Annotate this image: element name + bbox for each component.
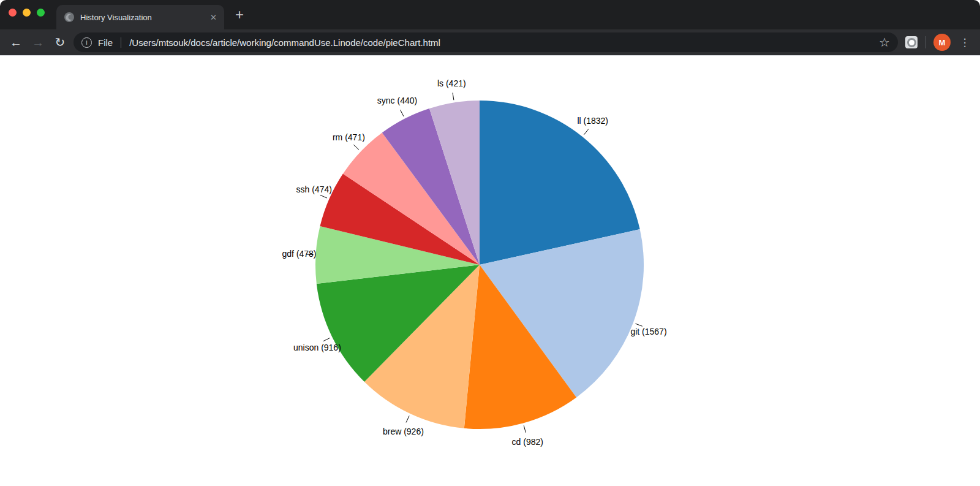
close-window-button[interactable] [9,9,17,17]
pie-label-tick-ssh [320,195,327,198]
reload-button[interactable]: ↻ [49,31,71,53]
pie-label-tick-ll [584,129,589,135]
pie-label-tick-ls [453,93,454,100]
extension-icon [907,38,916,47]
browser-toolbar: ← → ↻ i File /Users/mtsouk/docs/article/… [0,29,980,56]
minimize-window-button[interactable] [23,9,31,17]
zoom-window-button[interactable] [37,9,45,17]
bookmark-star-icon[interactable]: ☆ [879,35,890,50]
pie-label-tick-unison [323,338,330,341]
pie-label-unison: unison (916) [293,343,341,352]
pie-label-tick-cd [524,425,526,433]
pie-label-brew: brew (926) [383,427,424,436]
window-controls [9,9,45,17]
pie-label-git: git (1567) [630,327,666,336]
forward-button[interactable]: → [27,31,49,53]
pie-label-rm: rm (471) [333,132,365,142]
pie-label-gdf: gdf (478) [282,249,316,259]
page-content: ll (1832)git (1567)cd (982)brew (926)uni… [0,56,980,486]
tab-strip: History Visualization ✕ + [0,0,980,29]
pie-label-tick-rm [353,145,359,150]
url-text[interactable]: /Users/mtsouk/docs/article/working/comma… [129,37,873,48]
tab-close-icon[interactable]: ✕ [210,13,217,22]
toolbar-divider [925,36,925,48]
new-tab-button[interactable]: + [232,7,247,23]
extension-button[interactable] [905,36,918,48]
page-info-icon[interactable]: i [81,37,92,48]
favicon-globe-icon [64,12,74,22]
browser-menu-icon[interactable]: ⋮ [957,37,973,48]
pie-label-ll: ll (1832) [577,116,608,126]
pie-chart: ll (1832)git (1567)cd (982)brew (926)uni… [0,56,980,486]
active-tab[interactable]: History Visualization ✕ [56,5,224,29]
pie-label-ssh: ssh (474) [296,184,332,194]
omnibox-divider [121,37,121,48]
url-scheme-label: File [98,37,113,48]
back-button[interactable]: ← [5,31,27,53]
pie-label-tick-brew [406,416,409,423]
pie-label-ls: ls (421) [437,78,466,88]
browser-window: History Visualization ✕ + ← → ↻ i File /… [0,0,980,486]
pie-label-tick-git [636,324,643,326]
tab-title: History Visualization [80,13,205,22]
address-bar[interactable]: i File /Users/mtsouk/docs/article/workin… [74,32,898,52]
pie-label-cd: cd (982) [512,437,543,447]
profile-avatar-button[interactable]: M [933,34,951,51]
pie-label-tick-sync [401,110,404,116]
pie-label-sync: sync (440) [377,96,417,105]
